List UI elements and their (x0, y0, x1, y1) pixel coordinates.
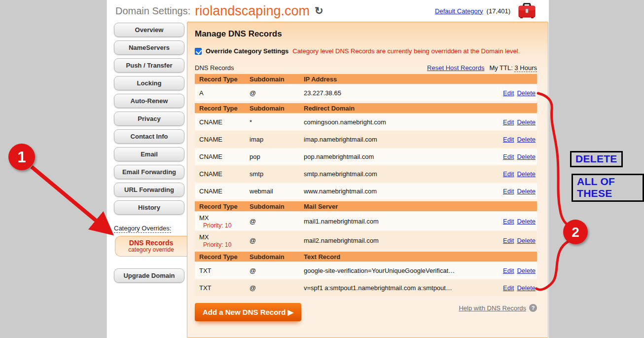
panel-title: Manage DNS Records (195, 29, 537, 39)
delete-link[interactable]: Delete (517, 284, 536, 292)
edit-link[interactable]: Edit (503, 170, 514, 178)
dns-records-bar: DNS Records Reset Host Records My TTL: 3… (195, 64, 537, 72)
sidebar-nav: OverviewNameServersPush / TransferLockin… (114, 23, 187, 215)
table-row: TXT@v=spf1 a:smtpout1.namebrightmail.com… (195, 280, 537, 296)
table-row: MXPriority: 10@mail2.namebrightmail.comE… (195, 231, 537, 250)
delete-link[interactable]: Delete (517, 170, 536, 178)
edit-link[interactable]: Edit (503, 89, 514, 97)
sidebar-item-url-forwarding[interactable]: URL Forwarding (114, 183, 184, 197)
cell-value: comingsoon.namebright.com (304, 118, 492, 126)
edit-link[interactable]: Edit (503, 136, 514, 143)
table-section-header: Record TypeSubdomainRedirect Domain (195, 103, 537, 113)
table-section-header: Record TypeSubdomainText Record (195, 252, 537, 262)
edit-link[interactable]: Edit (503, 284, 514, 292)
domain-settings-page: Domain Settings: riolandscaping.com ↻ De… (107, 0, 549, 338)
annotation-step-2: 2 (563, 220, 588, 244)
cell-subdomain: @ (250, 218, 304, 225)
cell-subdomain: imap (250, 136, 304, 143)
domain-name: riolandscaping.com (195, 3, 310, 19)
default-category-link[interactable]: Default Category (435, 7, 483, 15)
cell-subdomain: smtp (250, 170, 304, 178)
sidebar-item-contact-info[interactable]: Contact Info (114, 129, 184, 144)
cell-value: v=spf1 a:smtpout1.namebrightmail.com a:s… (304, 284, 492, 292)
sidebar-item-history[interactable]: History (114, 200, 184, 215)
cell-value: mail1.namebrightmail.com (304, 218, 492, 225)
dns-records-label: DNS Records (195, 64, 234, 72)
delete-link[interactable]: Delete (517, 136, 536, 143)
manage-dns-panel: Manage DNS Records Override Category Set… (187, 22, 548, 338)
edit-link[interactable]: Edit (503, 267, 514, 274)
sidebar-item-nameservers[interactable]: NameServers (114, 40, 184, 55)
cell-record-type: CNAME (195, 188, 250, 195)
sidebar-item-privacy[interactable]: Privacy (114, 112, 184, 126)
table-row: MXPriority: 10@mail1.namebrightmail.comE… (195, 212, 537, 230)
col-header-value: Mail Server (304, 203, 492, 210)
sidebar-item-auto-renew[interactable]: Auto-Renew (114, 94, 184, 108)
help-dns-records-link[interactable]: Help with DNS Records (459, 304, 526, 312)
cell-record-type: CNAME (195, 170, 250, 178)
sidebar-item-locking[interactable]: Locking (114, 76, 184, 90)
sidebar-item-push-transfer[interactable]: Push / Transfer (114, 58, 184, 73)
cell-record-type: MXPriority: 10 (195, 233, 250, 248)
refresh-icon[interactable]: ↻ (315, 5, 323, 17)
edit-link[interactable]: Edit (503, 188, 514, 195)
annotation-note-delete: DELETE (570, 151, 623, 167)
col-header-record-type: Record Type (195, 203, 250, 210)
col-header-value: IP Address (304, 75, 492, 83)
col-header-subdomain: Subdomain (250, 75, 304, 83)
delete-link[interactable]: Delete (517, 153, 536, 160)
ttl-label: My TTL: (489, 64, 512, 72)
sidebar-item-overview[interactable]: Overview (114, 23, 184, 37)
sidebar: OverviewNameServersPush / TransferLockin… (114, 22, 187, 338)
table-row: CNAMEimapimap.namebrightmail.comEditDele… (195, 131, 537, 148)
override-item-label: DNS Records (115, 239, 187, 247)
cell-record-type: TXT (195, 267, 250, 274)
override-item-sublabel: category override (115, 246, 187, 253)
help-question-icon[interactable]: ? (529, 304, 537, 312)
delete-link[interactable]: Delete (517, 89, 536, 97)
annotation-note-all-of-these: ALL OF THESE (572, 174, 644, 202)
ttl-value-link[interactable]: 3 Hours (514, 64, 537, 72)
table-row: TXT@google-site-verification=YourUniqueG… (195, 263, 537, 279)
sidebar-item-email-forwarding[interactable]: Email Forwarding (114, 165, 184, 179)
cell-value: mail2.namebrightmail.com (304, 237, 492, 244)
cell-value: google-site-verification=YourUniqueGoogl… (304, 267, 492, 274)
table-row: CNAMEwebmailwww.namebrightmail.comEditDe… (195, 183, 537, 199)
delete-link[interactable]: Delete (517, 267, 536, 274)
cell-value: 23.227.38.65 (304, 89, 492, 97)
table-row: A@23.227.38.65EditDelete (195, 85, 537, 101)
col-header-value: Redirect Domain (304, 105, 492, 112)
content-area: OverviewNameServersPush / TransferLockin… (107, 22, 549, 338)
col-header-record-type: Record Type (195, 75, 250, 83)
annotation-step-1: 1 (8, 144, 35, 170)
add-dns-record-button[interactable]: Add a New DNS Record ▶ (195, 303, 301, 321)
col-header-record-type: Record Type (195, 105, 250, 112)
edit-link[interactable]: Edit (503, 118, 514, 126)
cell-subdomain: @ (250, 89, 304, 97)
panel-footer: Add a New DNS Record ▶ Help with DNS Rec… (195, 303, 537, 321)
cell-subdomain: webmail (250, 188, 304, 195)
delete-link[interactable]: Delete (517, 118, 536, 126)
page-title: Domain Settings: (115, 5, 190, 17)
delete-link[interactable]: Delete (517, 188, 536, 195)
edit-link[interactable]: Edit (503, 153, 514, 160)
edit-link[interactable]: Edit (503, 237, 514, 244)
cell-record-type: CNAME (195, 136, 250, 143)
table-row: CNAMEpoppop.namebrightmail.comEditDelete (195, 149, 537, 165)
svg-text:1: 1 (17, 149, 26, 166)
table-row: CNAME*comingsoon.namebright.comEditDelet… (195, 114, 537, 130)
delete-link[interactable]: Delete (517, 237, 536, 244)
edit-link[interactable]: Edit (503, 218, 514, 225)
cell-subdomain: * (250, 118, 304, 126)
delete-link[interactable]: Delete (517, 218, 536, 225)
briefcase-icon[interactable] (518, 3, 536, 19)
sidebar-item-email[interactable]: Email (114, 147, 184, 161)
table-row: CNAMEsmtpsmtp.namebrightmail.comEditDele… (195, 166, 537, 182)
override-category-checkbox[interactable] (195, 48, 202, 55)
annotation-arrow-1 (32, 167, 108, 231)
reset-host-records-link[interactable]: Reset Host Records (427, 64, 484, 72)
svg-text:2: 2 (572, 225, 579, 240)
sidebar-item-dns-records-override[interactable]: DNS Records category override (115, 236, 187, 257)
upgrade-domain-button[interactable]: Upgrade Domain (114, 268, 184, 283)
col-header-record-type: Record Type (195, 253, 250, 261)
